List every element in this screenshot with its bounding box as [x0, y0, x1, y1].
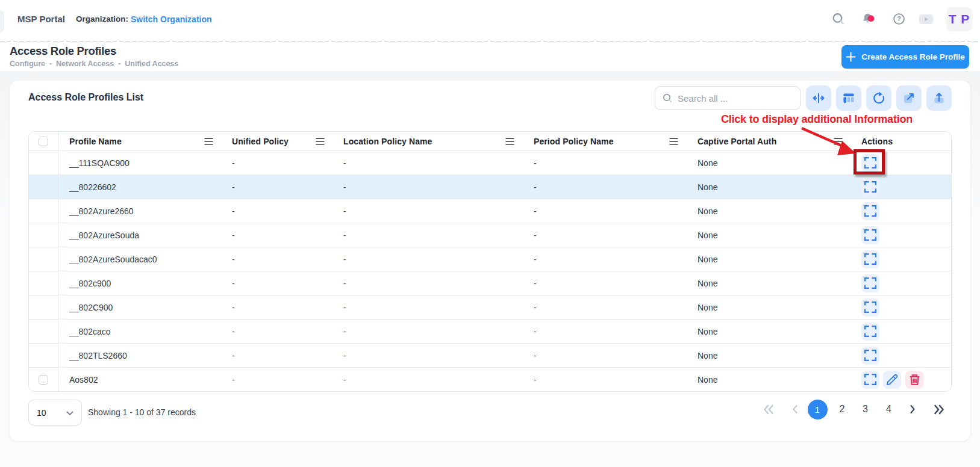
svg-text:?: ?	[897, 15, 901, 22]
